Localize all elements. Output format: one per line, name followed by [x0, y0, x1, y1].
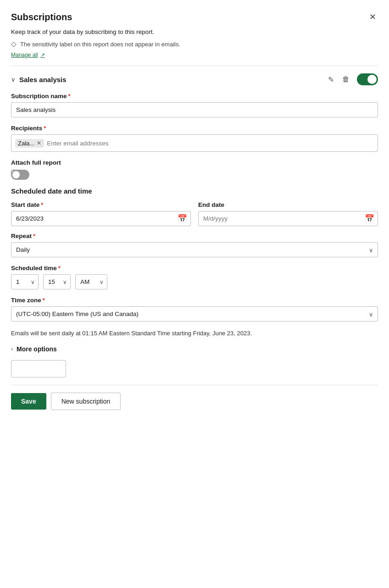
- remove-recipient-button[interactable]: ✕: [37, 140, 41, 146]
- more-options-chevron-icon: ›: [11, 346, 13, 352]
- attach-label: Attach full report: [11, 159, 378, 166]
- repeat-group: Repeat * Daily Weekly Monthly Hourly Onc…: [11, 233, 378, 257]
- timezone-required: *: [43, 297, 45, 304]
- end-date-input[interactable]: [198, 211, 378, 226]
- start-date-input[interactable]: [11, 211, 191, 226]
- required-star: *: [68, 93, 71, 100]
- recipients-required-star: *: [44, 125, 46, 132]
- timezone-group: Time zone * (UTC-05:00) Eastern Time (US…: [11, 297, 378, 322]
- save-button[interactable]: Save: [11, 393, 46, 410]
- subscription-section: ∨ Sales analysis ✎ 🗑 Subscription name *: [11, 73, 378, 377]
- panel-subtitle: Keep track of your data by subscribing t…: [11, 28, 378, 35]
- sensitivity-row: ◇ The sensitivity label on this report d…: [11, 40, 378, 48]
- collapse-button[interactable]: ∨: [11, 76, 16, 83]
- time-row: 1 2 3 4 5 6 7 8 9 10 11 12: [11, 274, 378, 289]
- subscription-name-input[interactable]: [11, 102, 378, 117]
- hour-select-wrap: 1 2 3 4 5 6 7 8 9 10 11 12: [11, 274, 39, 289]
- manage-all-link[interactable]: Manage all ↗: [11, 52, 378, 58]
- edit-button[interactable]: ✎: [327, 74, 335, 85]
- recipients-container[interactable]: Zala... ✕: [11, 134, 378, 152]
- repeat-required: *: [33, 233, 35, 239]
- section-actions: ✎ 🗑: [327, 73, 378, 85]
- more-options-label: More options: [17, 345, 57, 353]
- start-date-wrap: 📅: [11, 211, 191, 226]
- subscription-section-title: Sales analysis: [19, 76, 67, 83]
- end-date-wrap: 📅: [198, 211, 378, 226]
- subscription-toggle[interactable]: [357, 73, 378, 85]
- panel-header: Subscriptions ✕: [11, 11, 378, 23]
- timezone-select-wrap: (UTC-05:00) Eastern Time (US and Canada)…: [11, 306, 378, 322]
- start-date-label: Start date *: [11, 201, 191, 208]
- timezone-label: Time zone *: [11, 297, 378, 304]
- ampm-select-wrap: AM PM ∨: [75, 274, 107, 289]
- end-date-label: End date: [198, 201, 378, 208]
- minute-select-wrap: 00 15 30 45 ∨: [43, 274, 71, 289]
- divider: [11, 66, 378, 66]
- repeat-label: Repeat *: [11, 233, 378, 239]
- schedule-section: Scheduled date and time Start date * 📅: [11, 187, 378, 377]
- recipient-tag: Zala... ✕: [15, 139, 44, 148]
- minute-select[interactable]: 00 15 30 45: [43, 274, 71, 289]
- sensitivity-icon: ◇: [11, 40, 17, 48]
- schedule-summary-text: Emails will be sent daily at 01:15 AM Ea…: [11, 329, 378, 338]
- external-link-icon: ↗: [40, 52, 45, 58]
- recipient-name: Zala...: [18, 140, 34, 147]
- section-header: ∨ Sales analysis ✎ 🗑: [11, 73, 378, 85]
- attach-toggle-thumb: [12, 171, 20, 178]
- hour-select[interactable]: 1 2 3 4 5 6 7 8 9 10 11 12: [11, 274, 39, 289]
- delete-button[interactable]: 🗑: [341, 74, 350, 84]
- attach-report-group: Attach full report: [11, 159, 378, 180]
- date-row: Start date * 📅 End date 📅: [11, 201, 378, 226]
- section-header-left: ∨ Sales analysis: [11, 76, 67, 83]
- ampm-select[interactable]: AM PM: [75, 274, 107, 289]
- start-date-group: Start date * 📅: [11, 201, 191, 226]
- repeat-select[interactable]: Daily Weekly Monthly Hourly Once: [11, 242, 378, 257]
- close-button[interactable]: ✕: [367, 11, 378, 23]
- new-subscription-button[interactable]: New subscription: [51, 393, 121, 410]
- recipients-label: Recipients *: [11, 125, 378, 132]
- scheduled-time-label: Scheduled time *: [11, 265, 378, 272]
- bottom-bar: Save New subscription: [11, 385, 378, 417]
- toggle-thumb: [367, 75, 377, 84]
- repeat-select-wrap: Daily Weekly Monthly Hourly Once ∨: [11, 242, 378, 257]
- manage-all-label: Manage all: [11, 52, 38, 58]
- attach-toggle[interactable]: [11, 170, 29, 180]
- start-date-required: *: [41, 201, 43, 208]
- time-required: *: [58, 265, 61, 272]
- scheduled-time-group: Scheduled time * 1 2 3 4 5 6 7: [11, 265, 378, 289]
- subscription-name-group: Subscription name *: [11, 93, 378, 117]
- more-options-row[interactable]: › More options: [11, 345, 378, 353]
- end-date-group: End date 📅: [198, 201, 378, 226]
- sensitivity-text: The sensitivity label on this report doe…: [20, 41, 180, 48]
- panel-title: Subscriptions: [11, 12, 72, 22]
- partial-button: [11, 360, 66, 377]
- subscription-name-label: Subscription name *: [11, 93, 378, 100]
- subscriptions-panel: Subscriptions ✕ Keep track of your data …: [0, 0, 389, 588]
- schedule-section-title: Scheduled date and time: [11, 187, 378, 195]
- recipients-group: Recipients * Zala... ✕: [11, 125, 378, 152]
- recipients-email-input[interactable]: [47, 140, 374, 147]
- timezone-select[interactable]: (UTC-05:00) Eastern Time (US and Canada)…: [11, 306, 378, 322]
